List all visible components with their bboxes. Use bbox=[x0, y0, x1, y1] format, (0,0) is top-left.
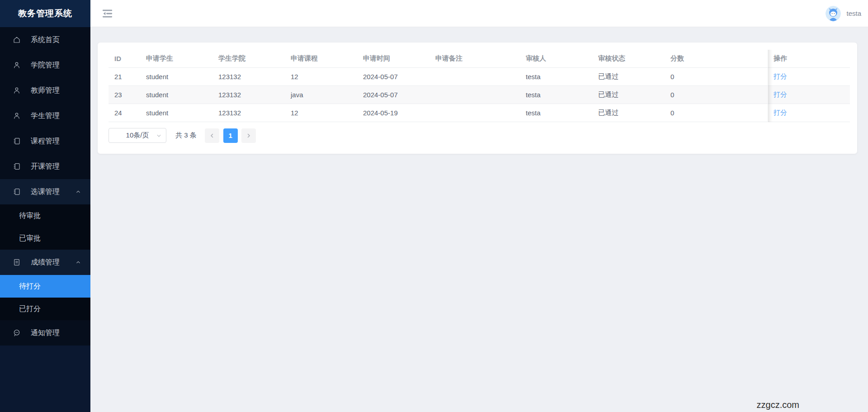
column-header-id: ID bbox=[108, 55, 140, 62]
home-icon bbox=[13, 36, 21, 44]
table-row: 24 student 123132 12 2024-05-19 testa 已通… bbox=[108, 104, 850, 122]
sidebar-subitem-graded[interactable]: 已打分 bbox=[0, 298, 90, 320]
column-header-course: 申请课程 bbox=[285, 54, 357, 63]
sidebar-subitem-pending-approval[interactable]: 待审批 bbox=[0, 204, 90, 227]
pagination: 10条/页 共 3 条 1 bbox=[108, 128, 850, 143]
sidebar-subitem-label: 已审批 bbox=[19, 234, 41, 243]
cell-score: 0 bbox=[665, 91, 768, 99]
sidebar-subitem-label: 待审批 bbox=[19, 211, 41, 221]
main-content: ID 申请学生 学生学院 申请课程 申请时间 申请备注 审核人 审核状态 分数 … bbox=[90, 27, 868, 412]
page-size-value: 10条/页 bbox=[126, 131, 149, 140]
prev-page-button[interactable] bbox=[205, 128, 219, 143]
sidebar-item-label: 选课管理 bbox=[31, 187, 60, 197]
sidebar-subitem-label: 待打分 bbox=[19, 282, 41, 291]
cell-score: 0 bbox=[665, 109, 768, 117]
sidebar-item-label: 系统首页 bbox=[31, 35, 60, 45]
sidebar-subitem-to-grade[interactable]: 待打分 bbox=[0, 275, 90, 298]
sidebar-item-label: 学生管理 bbox=[31, 111, 60, 121]
table-header-row: ID 申请学生 学生学院 申请课程 申请时间 申请备注 审核人 审核状态 分数 … bbox=[108, 50, 850, 68]
cell-status: 已通过 bbox=[592, 109, 665, 117]
total-count: 共 3 条 bbox=[175, 131, 197, 140]
column-header-remark: 申请备注 bbox=[429, 54, 520, 63]
notebook-icon bbox=[13, 162, 21, 170]
grades-icon bbox=[13, 258, 21, 266]
notebook-icon bbox=[13, 137, 21, 145]
sidebar-item-student[interactable]: 学生管理 bbox=[0, 103, 90, 128]
column-header-action: 操作 bbox=[768, 54, 850, 63]
grade-action-link[interactable]: 打分 bbox=[774, 90, 787, 98]
cell-time: 2024-05-07 bbox=[357, 91, 429, 99]
chevron-up-icon bbox=[75, 189, 81, 195]
app-title: 教务管理系统 bbox=[0, 0, 90, 27]
submenu-grades: 待打分 已打分 bbox=[0, 275, 90, 320]
sidebar-item-course-selection[interactable]: 选课管理 bbox=[0, 179, 90, 204]
page-number-button[interactable]: 1 bbox=[223, 128, 238, 143]
cell-college: 123132 bbox=[212, 91, 285, 99]
cell-time: 2024-05-19 bbox=[357, 109, 429, 117]
data-table: ID 申请学生 学生学院 申请课程 申请时间 申请备注 审核人 审核状态 分数 … bbox=[108, 50, 850, 122]
sidebar-item-notifications[interactable]: 通知管理 bbox=[0, 320, 90, 346]
sidebar-menu: 系统首页 学院管理 教师管理 学生管理 课程管理 bbox=[0, 27, 90, 346]
table-row: 23 student 123132 java 2024-05-07 testa … bbox=[108, 86, 850, 104]
user-icon bbox=[13, 112, 21, 120]
sidebar: 教务管理系统 系统首页 学院管理 教师管理 学生管理 bbox=[0, 0, 90, 412]
cell-id: 21 bbox=[108, 73, 140, 81]
message-icon bbox=[13, 329, 21, 337]
cell-reviewer: testa bbox=[520, 109, 592, 117]
cell-score: 0 bbox=[665, 73, 768, 81]
sidebar-item-label: 成绩管理 bbox=[31, 258, 60, 267]
user-icon bbox=[13, 61, 21, 69]
cell-time: 2024-05-07 bbox=[357, 73, 429, 81]
content-card: ID 申请学生 学生学院 申请课程 申请时间 申请备注 审核人 审核状态 分数 … bbox=[98, 43, 857, 154]
cell-college: 123132 bbox=[212, 73, 285, 81]
sidebar-item-label: 教师管理 bbox=[31, 86, 60, 95]
menu-fold-icon[interactable] bbox=[101, 8, 113, 19]
sidebar-item-college[interactable]: 学院管理 bbox=[0, 52, 90, 78]
user-icon bbox=[13, 86, 21, 95]
sidebar-subitem-label: 已打分 bbox=[19, 304, 41, 314]
cell-reviewer: testa bbox=[520, 73, 592, 81]
cell-college: 123132 bbox=[212, 109, 285, 117]
cell-status: 已通过 bbox=[592, 90, 665, 99]
submenu-course-selection: 待审批 已审批 bbox=[0, 204, 90, 250]
cell-reviewer: testa bbox=[520, 91, 592, 99]
grade-action-link[interactable]: 打分 bbox=[774, 109, 787, 116]
sidebar-item-label: 通知管理 bbox=[31, 328, 60, 338]
sidebar-item-label: 课程管理 bbox=[31, 137, 60, 146]
page-size-select[interactable]: 10条/页 bbox=[108, 128, 166, 143]
sidebar-item-home[interactable]: 系统首页 bbox=[0, 27, 90, 52]
sidebar-item-teacher[interactable]: 教师管理 bbox=[0, 78, 90, 103]
column-header-student: 申请学生 bbox=[140, 54, 212, 63]
cell-student: student bbox=[140, 91, 212, 99]
user-name: testa bbox=[846, 9, 861, 17]
column-header-reviewer: 审核人 bbox=[520, 54, 592, 63]
sidebar-subitem-approved[interactable]: 已审批 bbox=[0, 227, 90, 250]
sidebar-item-label: 开课管理 bbox=[31, 162, 60, 171]
sidebar-item-label: 学院管理 bbox=[31, 61, 60, 70]
cell-id: 23 bbox=[108, 91, 140, 99]
column-header-status: 审核状态 bbox=[592, 54, 665, 63]
sidebar-item-course[interactable]: 课程管理 bbox=[0, 128, 90, 154]
avatar[interactable] bbox=[826, 6, 841, 21]
user-menu[interactable]: testa bbox=[826, 6, 861, 21]
cell-course: 12 bbox=[285, 73, 357, 81]
next-page-button[interactable] bbox=[241, 128, 256, 143]
sidebar-item-grades[interactable]: 成绩管理 bbox=[0, 250, 90, 275]
notebook-icon bbox=[13, 188, 21, 196]
watermark: zzgcz.com bbox=[757, 400, 799, 410]
chevron-down-icon bbox=[156, 133, 162, 138]
column-header-college: 学生学院 bbox=[212, 54, 285, 63]
table-row: 21 student 123132 12 2024-05-07 testa 已通… bbox=[108, 68, 850, 86]
cell-student: student bbox=[140, 73, 212, 81]
cell-id: 24 bbox=[108, 109, 140, 117]
column-header-score: 分数 bbox=[665, 54, 768, 63]
chevron-up-icon bbox=[75, 259, 81, 265]
cell-course: java bbox=[285, 91, 357, 99]
grade-action-link[interactable]: 打分 bbox=[774, 72, 787, 80]
cell-course: 12 bbox=[285, 109, 357, 117]
cell-status: 已通过 bbox=[592, 72, 665, 81]
sidebar-item-course-offering[interactable]: 开课管理 bbox=[0, 154, 90, 179]
cell-student: student bbox=[140, 109, 212, 117]
column-header-time: 申请时间 bbox=[357, 54, 429, 63]
top-header: testa bbox=[90, 0, 868, 27]
